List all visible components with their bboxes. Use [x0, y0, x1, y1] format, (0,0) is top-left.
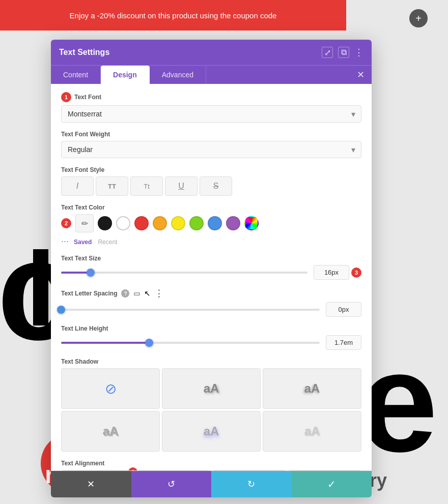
top-banner: Enjoy a -20% discount on this product us…: [0, 0, 346, 31]
shadow-grid: ⊘ aA aA aA aA aA: [61, 368, 361, 452]
color-row: 2 ✏: [61, 214, 361, 232]
text-font-weight-group: Text Font Weight Regular ▾: [61, 131, 361, 158]
text-size-slider-row: 3: [61, 265, 361, 280]
color-swatch-white[interactable]: [116, 216, 130, 230]
badge-3: 3: [351, 268, 361, 278]
shadow-text-5: aA: [304, 424, 320, 438]
shadow-box-4[interactable]: aA: [162, 411, 261, 452]
shadow-text-4: aA: [204, 424, 219, 438]
align-justify-button[interactable]: ≡: [288, 470, 362, 470]
align-right-button[interactable]: ≡: [212, 470, 286, 470]
strikethrough-button[interactable]: S: [200, 176, 232, 196]
text-font-style-group: Text Font Style I TT Tt U S: [61, 166, 361, 196]
letter-spacing-input[interactable]: [326, 302, 361, 317]
line-height-track[interactable]: [61, 342, 320, 344]
banner-text: Enjoy a -20% discount on this product us…: [70, 11, 277, 20]
italic-button[interactable]: I: [61, 176, 94, 196]
confirm-button[interactable]: ✓: [292, 471, 372, 497]
color-swatch-green[interactable]: [189, 216, 204, 230]
shadow-none-box[interactable]: ⊘: [61, 368, 160, 409]
text-font-select[interactable]: Montserrat: [61, 105, 361, 123]
text-size-track[interactable]: [61, 272, 307, 274]
letter-spacing-group: Text Letter Spacing ? ▭ ↖ ⋮: [61, 288, 361, 317]
letter-spacing-thumb[interactable]: [57, 306, 65, 314]
text-color-group: Text Text Color 2 ✏ ··· Saved Recent: [61, 204, 361, 247]
color-swatch-orange[interactable]: [153, 216, 167, 230]
text-size-input[interactable]: [314, 265, 349, 280]
text-font-weight-select-wrap: Regular ▾: [61, 141, 361, 158]
color-swatch-red[interactable]: [134, 216, 149, 230]
tab-advanced[interactable]: Advanced: [150, 66, 206, 84]
modal-footer: ✕ ↺ ↻ ✓: [51, 470, 372, 497]
cursor-icon[interactable]: ↖: [144, 289, 150, 298]
columns-icon[interactable]: ⧉: [338, 47, 349, 58]
color-swatch-purple[interactable]: [226, 216, 240, 230]
undo-button[interactable]: ↺: [131, 471, 212, 497]
line-height-thumb[interactable]: [145, 339, 153, 347]
shadow-box-1[interactable]: aA: [162, 368, 261, 409]
color-swatch-black[interactable]: [98, 216, 112, 230]
text-shadow-group: Text Shadow ⊘ aA aA aA aA a: [61, 358, 361, 452]
underline-button[interactable]: U: [165, 176, 198, 196]
text-font-style-label: Text Font Style: [61, 166, 361, 173]
bg-black-bar: [33, 249, 48, 325]
redo-button[interactable]: ↻: [211, 471, 292, 497]
saved-tab[interactable]: Saved: [71, 238, 95, 247]
modal-header-icons: ⤢ ⧉ ⋮: [322, 47, 363, 58]
text-font-weight-label: Text Font Weight: [61, 131, 361, 138]
tab-content[interactable]: Content: [51, 66, 101, 84]
text-alignment-label: Text Alignment: [61, 460, 361, 467]
color-tabs: Saved Recent: [71, 238, 120, 247]
text-font-weight-select[interactable]: Regular: [61, 141, 361, 158]
recent-tab[interactable]: Recent: [95, 238, 120, 247]
style-buttons: I TT Tt U S: [61, 176, 361, 196]
shadow-box-2[interactable]: aA: [263, 368, 361, 409]
line-height-fill: [61, 342, 149, 344]
more-options-icon[interactable]: ⋮: [354, 47, 363, 58]
letter-spacing-label: Text Letter Spacing ? ▭ ↖ ⋮: [61, 288, 361, 299]
text-settings-modal: Text Settings ⤢ ⧉ ⋮ Content Design Advan…: [51, 40, 372, 497]
align-left-button[interactable]: ≡ 4: [61, 470, 135, 470]
cancel-button[interactable]: ✕: [51, 471, 131, 497]
tab-design[interactable]: Design: [101, 66, 150, 84]
text-font-group: 1 Text Font Montserrat ▾: [61, 92, 361, 123]
plus-button[interactable]: +: [409, 9, 428, 27]
more-colors-dots[interactable]: ···: [61, 236, 69, 246]
color-swatch-rainbow[interactable]: [244, 216, 259, 230]
text-font-select-wrap: Montserrat ▾: [61, 105, 361, 123]
expand-icon[interactable]: ⤢: [322, 47, 333, 58]
text-size-group: Text Text Size 3: [61, 255, 361, 280]
modal-tabs: Content Design Advanced ✕: [51, 65, 372, 84]
align-center-button[interactable]: ≡: [137, 470, 211, 470]
uppercase-button[interactable]: TT: [96, 176, 128, 196]
tab-close-icon[interactable]: ✕: [350, 66, 372, 84]
text-alignment-group: Text Alignment ≡ 4 ≡ ≡ ≡: [61, 460, 361, 470]
badge-4: 4: [128, 467, 137, 470]
eyedropper-button[interactable]: ✏: [75, 214, 94, 232]
line-height-label: Text Line Height: [61, 325, 361, 332]
color-dots-row: ··· Saved Recent: [61, 235, 361, 247]
letter-spacing-slider-row: [61, 302, 361, 317]
device-icon[interactable]: ▭: [133, 289, 140, 298]
badge-1: 1: [61, 92, 71, 102]
color-swatch-yellow[interactable]: [171, 216, 185, 230]
letter-spacing-label-icons: Text Letter Spacing ? ▭ ↖ ⋮: [61, 288, 163, 299]
text-color-label: Text Text Color: [61, 204, 361, 211]
line-height-group: Text Line Height: [61, 325, 361, 350]
shadow-box-3[interactable]: aA: [61, 411, 160, 452]
shadow-box-5[interactable]: aA: [263, 411, 361, 452]
letter-spacing-track[interactable]: [61, 309, 320, 311]
line-height-input[interactable]: [326, 335, 361, 350]
capitalize-button[interactable]: Tt: [130, 176, 163, 196]
text-shadow-label: Text Shadow: [61, 358, 361, 365]
modal-title: Text Settings: [59, 48, 109, 57]
help-icon[interactable]: ?: [121, 289, 129, 298]
text-size-label: Text Text Size: [61, 255, 361, 262]
options-dots-icon[interactable]: ⋮: [154, 288, 163, 299]
shadow-text-1: aA: [204, 381, 219, 396]
text-size-thumb[interactable]: [87, 269, 95, 277]
line-height-slider-row: [61, 335, 361, 350]
shadow-text-3: aA: [103, 424, 119, 438]
color-swatch-blue[interactable]: [208, 216, 222, 230]
badge-2: 2: [61, 218, 71, 228]
